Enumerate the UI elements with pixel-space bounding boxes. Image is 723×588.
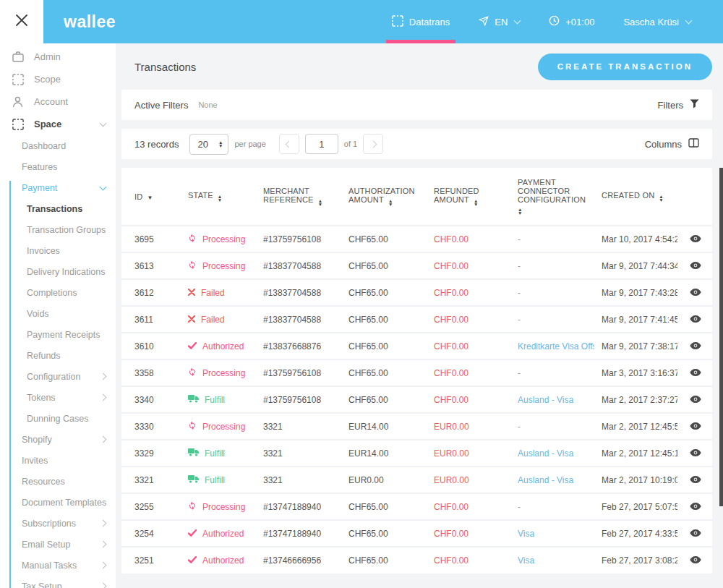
sidebar-item-invites[interactable]: Invites bbox=[0, 450, 116, 471]
transaction-row-3255[interactable]: 3255Processing#13747188940CHF65.00CHF0.0… bbox=[121, 493, 712, 520]
transaction-row-3329[interactable]: 3329Fulfill3321EUR14.00EUR0.00Ausland - … bbox=[121, 440, 712, 466]
view-transaction-button[interactable] bbox=[677, 252, 712, 279]
sidebar-item-payment-receipts[interactable]: Payment Receipts bbox=[0, 324, 116, 345]
state-cross-icon bbox=[188, 315, 195, 325]
page-title: Transactions bbox=[134, 61, 196, 73]
cell-connector[interactable]: Visa bbox=[510, 547, 594, 574]
cell-connector[interactable]: Ausland - Visa bbox=[510, 466, 594, 493]
create-transaction-button[interactable]: CREATE TRANSACTION bbox=[538, 54, 712, 80]
cell-created-on: Mar 9, 2017 7:38:17 ... bbox=[594, 333, 677, 359]
sidebar-item-subscriptions[interactable]: Subscriptions bbox=[0, 513, 116, 534]
per-page-select[interactable]: 20 ▲▼ bbox=[189, 134, 228, 155]
sidebar-item-document-templates[interactable]: Document Templates bbox=[0, 492, 116, 513]
cell-created-on: Feb 27, 2017 5:07:51... bbox=[594, 493, 677, 520]
sidebar-item-invoices[interactable]: Invoices bbox=[0, 240, 116, 261]
sidebar-item-dunning-cases[interactable]: Dunning Cases bbox=[0, 408, 116, 429]
topnav-sascha-kr-si[interactable]: Sascha Krüsi bbox=[609, 0, 706, 43]
transaction-row-3610[interactable]: 3610Authorized#13837668876CHF65.00CHF0.0… bbox=[121, 333, 712, 359]
close-menu-button[interactable] bbox=[0, 0, 43, 43]
transaction-row-3340[interactable]: 3340Fulfill#13759756108CHF65.00CHF0.00Au… bbox=[121, 386, 712, 413]
transaction-row-3358[interactable]: 3358Processing#13759756108CHF65.00CHF0.0… bbox=[121, 359, 712, 386]
topnav-datatrans[interactable]: Datatrans bbox=[377, 0, 464, 43]
sidebar-item-tokens[interactable]: Tokens bbox=[0, 387, 116, 408]
transaction-row-3611[interactable]: 3611Failed#13837704588CHF65.00CHF0.00-Ma… bbox=[121, 306, 712, 333]
sidebar-item-email-setup[interactable]: Email Setup bbox=[0, 534, 116, 555]
sidebar-item-transaction-groups[interactable]: Transaction Groups bbox=[0, 219, 116, 240]
sidebar-item-dashboard[interactable]: Dashboard bbox=[0, 135, 116, 156]
sidebar-item-tax-setup[interactable]: Tax Setup bbox=[0, 576, 116, 588]
transaction-row-3695[interactable]: 3695Processing#13759756108CHF65.00CHF0.0… bbox=[121, 226, 712, 252]
state-label: Authorized bbox=[202, 555, 244, 566]
column-header-state[interactable]: STATE▲▼ bbox=[181, 168, 256, 226]
next-page-button[interactable] bbox=[363, 134, 383, 154]
sidebar-item-payment[interactable]: Payment bbox=[0, 177, 116, 198]
cell-merchant-reference: #13837704588 bbox=[256, 306, 341, 333]
column-header-id[interactable]: ID▼ bbox=[121, 168, 181, 226]
view-transaction-button[interactable] bbox=[677, 413, 712, 440]
column-header-refunded-amount[interactable]: REFUNDED AMOUNT▲▼ bbox=[427, 168, 510, 226]
sidebar-item-manual-tasks[interactable]: Manual Tasks bbox=[0, 555, 116, 576]
filters-button[interactable]: Filters bbox=[658, 99, 699, 111]
sidebar-item-completions[interactable]: Completions bbox=[0, 282, 116, 303]
cell-connector: - bbox=[510, 359, 594, 386]
sidebar: AdminScopeAccountSpaceDashboardFeaturesP… bbox=[0, 43, 116, 588]
view-transaction-button[interactable] bbox=[677, 386, 712, 413]
view-transaction-button[interactable] bbox=[677, 333, 712, 359]
previous-page-button[interactable] bbox=[279, 134, 299, 154]
chevron-right-icon bbox=[100, 436, 107, 443]
table-body: 3695Processing#13759756108CHF65.00CHF0.0… bbox=[121, 226, 712, 574]
cell-connector[interactable]: Ausland - Visa bbox=[510, 386, 594, 413]
cell-connector[interactable]: Ausland - Visa bbox=[510, 440, 594, 466]
column-header-authorization-amount[interactable]: AUTHORIZATION AMOUNT▲▼ bbox=[341, 168, 427, 226]
view-transaction-button[interactable] bbox=[677, 279, 712, 306]
sidebar-item-refunds[interactable]: Refunds bbox=[0, 345, 116, 366]
eye-icon bbox=[690, 502, 701, 512]
transaction-row-3612[interactable]: 3612Failed#13837704588CHF65.00CHF0.00-Ma… bbox=[121, 279, 712, 306]
state-label: Fulfill bbox=[205, 475, 225, 485]
sidebar-item-transactions[interactable]: Transactions bbox=[0, 198, 116, 219]
view-transaction-button[interactable] bbox=[677, 440, 712, 466]
view-transaction-button[interactable] bbox=[677, 547, 712, 574]
column-header-merchant-reference[interactable]: MERCHANT REFERENCE▲▼ bbox=[256, 168, 341, 226]
view-transaction-button[interactable] bbox=[677, 493, 712, 520]
topnav-01-00[interactable]: +01:00 bbox=[534, 0, 609, 43]
sidebar-item-shopify[interactable]: Shopify bbox=[0, 429, 116, 450]
transaction-row-3330[interactable]: 3330Processing3321EUR14.00EUR0.00-Mar 2,… bbox=[121, 413, 712, 440]
view-transaction-button[interactable] bbox=[677, 520, 712, 547]
transaction-row-3254[interactable]: 3254Authorized#13747188940CHF65.00CHF0.0… bbox=[121, 520, 712, 547]
columns-button[interactable]: Columns bbox=[645, 138, 699, 150]
cell-merchant-reference: #13837668876 bbox=[256, 333, 341, 359]
column-header-created-on[interactable]: CREATED ON▲▼ bbox=[594, 168, 677, 226]
transaction-row-3321[interactable]: 3321Fulfill3321EUR0.00EUR0.00Ausland - V… bbox=[121, 466, 712, 493]
cell-id: 3321 bbox=[121, 466, 181, 493]
column-header-payment-connector-configuration[interactable]: PAYMENT CONNECTOR CONFIGURATION▲▼ bbox=[510, 168, 594, 226]
transaction-row-3613[interactable]: 3613Processing#13837704588CHF65.00CHF0.0… bbox=[121, 252, 712, 279]
sidebar-item-delivery-indications[interactable]: Delivery Indications bbox=[0, 261, 116, 282]
sidebar-item-admin[interactable]: Admin bbox=[0, 46, 116, 68]
state-refresh-icon bbox=[188, 234, 197, 244]
sidebar-item-space[interactable]: Space bbox=[0, 113, 116, 135]
sidebar-item-scope[interactable]: Scope bbox=[0, 68, 116, 90]
topnav-en[interactable]: EN bbox=[464, 0, 534, 43]
transaction-row-3251[interactable]: 3251Authorized#13746666956CHF65.00CHF0.0… bbox=[121, 547, 712, 574]
eye-icon bbox=[690, 315, 701, 325]
close-icon bbox=[15, 14, 28, 30]
sidebar-item-account[interactable]: Account bbox=[0, 90, 116, 113]
chevron-right-icon bbox=[100, 373, 107, 380]
eye-icon bbox=[690, 395, 701, 405]
state-refresh-icon bbox=[188, 367, 197, 378]
view-transaction-button[interactable] bbox=[677, 466, 712, 493]
sort-icon: ▲▼ bbox=[318, 199, 323, 207]
view-transaction-button[interactable] bbox=[677, 306, 712, 333]
sidebar-item-label: Features bbox=[22, 162, 57, 172]
view-transaction-button[interactable] bbox=[677, 359, 712, 386]
cell-connector[interactable]: Kreditkarte Visa Offs... bbox=[510, 333, 594, 359]
scrollbar-thumb[interactable] bbox=[719, 168, 723, 506]
sidebar-item-resources[interactable]: Resources bbox=[0, 471, 116, 492]
view-transaction-button[interactable] bbox=[677, 226, 712, 252]
cell-connector[interactable]: Visa bbox=[510, 520, 594, 547]
sidebar-item-configuration[interactable]: Configuration bbox=[0, 366, 116, 387]
sidebar-item-voids[interactable]: Voids bbox=[0, 303, 116, 324]
sidebar-item-features[interactable]: Features bbox=[0, 156, 116, 177]
page-number-input[interactable] bbox=[305, 134, 338, 154]
